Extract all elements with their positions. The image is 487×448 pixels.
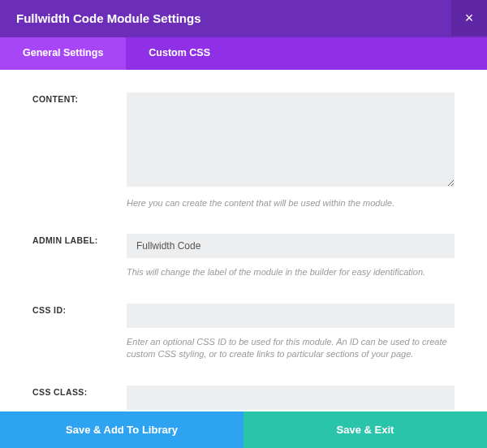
tab-bar: General Settings Custom CSS [0, 36, 487, 70]
modal-header: Fullwidth Code Module Settings × [0, 0, 487, 36]
admin-label-input[interactable] [127, 234, 455, 258]
field-row-css-class: CSS CLASS: Enter optional CSS classes to… [32, 386, 455, 411]
modal-footer: Save & Add To Library Save & Exit [0, 411, 487, 448]
field-row-admin-label: ADMIN LABEL: This will change the label … [32, 234, 455, 278]
save-add-to-library-button[interactable]: Save & Add To Library [0, 411, 244, 448]
css-id-help-text: Enter an optional CSS ID to be used for … [127, 336, 455, 361]
admin-label-label: ADMIN LABEL: [32, 234, 127, 278]
content-textarea[interactable] [127, 93, 455, 187]
close-icon: × [465, 10, 474, 27]
save-exit-button[interactable]: Save & Exit [244, 411, 487, 448]
modal-title: Fullwidth Code Module Settings [16, 11, 200, 25]
css-class-label: CSS CLASS: [32, 386, 127, 411]
css-id-label: CSS ID: [32, 304, 127, 361]
tab-custom-css[interactable]: Custom CSS [126, 36, 233, 70]
field-row-css-id: CSS ID: Enter an optional CSS ID to be u… [32, 304, 455, 361]
settings-panel: CONTENT: Here you can create the content… [0, 70, 487, 411]
close-button[interactable]: × [451, 0, 487, 36]
content-label: CONTENT: [32, 93, 127, 209]
css-id-input[interactable] [127, 304, 455, 328]
field-row-content: CONTENT: Here you can create the content… [32, 93, 455, 209]
content-help-text: Here you can create the content that wil… [127, 197, 455, 209]
css-class-input[interactable] [127, 386, 455, 410]
admin-label-help-text: This will change the label of the module… [127, 266, 455, 278]
tab-general-settings[interactable]: General Settings [0, 36, 126, 70]
